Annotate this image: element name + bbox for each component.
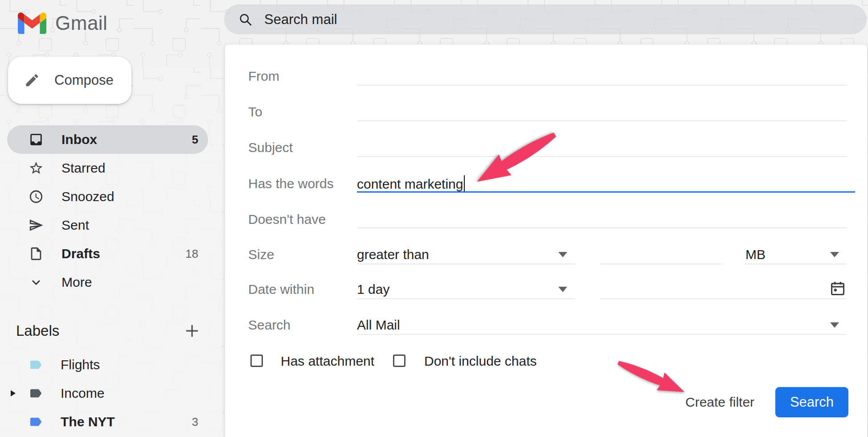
draft-file-icon [29, 246, 44, 261]
from-label: From [248, 69, 279, 84]
has-attachment-label: Has attachment [281, 354, 374, 369]
search-filter-panel: From To Subject Has the words content ma… [225, 44, 868, 437]
gmail-wordmark: Gmail [55, 12, 107, 34]
sidebar-label-income[interactable]: Income [7, 379, 208, 408]
label-name: The NYT [61, 414, 174, 429]
tag-icon [29, 415, 43, 429]
has-words-underline [357, 191, 855, 193]
date-within-select[interactable]: 1 day [357, 282, 389, 297]
compose-label: Compose [54, 72, 114, 88]
doesnt-have-input[interactable] [357, 227, 847, 228]
to-input[interactable] [357, 120, 847, 121]
size-unit-select[interactable]: MB [745, 247, 766, 262]
size-operator-select[interactable]: greater than [357, 247, 429, 262]
text-cursor [464, 175, 465, 192]
gmail-logo: Gmail [18, 12, 107, 34]
chevron-down-icon [558, 252, 567, 257]
chevron-down-icon [558, 287, 567, 292]
search-button[interactable]: Search [775, 387, 848, 417]
to-label: To [248, 104, 262, 120]
sidebar-label-flights[interactable]: Flights [7, 350, 208, 379]
sidebar-item-snoozed[interactable]: Snoozed [7, 182, 208, 211]
sidebar-item-more[interactable]: More [7, 268, 208, 297]
drafts-count: 18 [185, 247, 198, 261]
size-operator-underline [357, 264, 575, 264]
date-within-underline [357, 298, 575, 299]
label-name: Flights [61, 357, 180, 372]
send-icon [29, 218, 44, 233]
gmail-m-icon [18, 12, 46, 34]
sidebar-item-drafts[interactable]: Drafts 18 [7, 239, 208, 268]
sidebar-label-the-nyt[interactable]: The NYT 3 [7, 408, 208, 436]
dont-include-chats-checkbox[interactable] [393, 355, 405, 367]
sidebar-item-label: Inbox [61, 132, 174, 147]
subject-input[interactable] [357, 156, 847, 157]
search-icon [238, 12, 253, 27]
search-scope-underline [357, 334, 846, 335]
sidebar-item-inbox[interactable]: Inbox 5 [7, 125, 208, 154]
tag-icon [29, 386, 43, 400]
search-bar[interactable]: Search mail [224, 4, 867, 34]
sidebar-item-label: Snoozed [61, 189, 180, 204]
from-input[interactable] [357, 85, 847, 86]
size-label: Size [248, 247, 274, 262]
sidebar-item-label: More [61, 275, 180, 290]
sidebar-item-label: Drafts [61, 246, 168, 261]
calendar-icon[interactable] [829, 280, 846, 297]
date-within-label: Date within [248, 282, 314, 297]
search-scope-label: Search [248, 317, 291, 333]
has-words-label: Has the words [248, 176, 334, 191]
pencil-icon [24, 72, 40, 88]
chevron-down-icon [830, 252, 839, 257]
dont-include-chats-label: Don't include chats [424, 354, 537, 369]
has-words-value: content marketing [357, 177, 463, 191]
sidebar-item-sent[interactable]: Sent [7, 211, 208, 239]
date-input[interactable] [600, 298, 846, 299]
chevron-down-icon [29, 275, 44, 290]
size-value-input[interactable] [600, 264, 723, 264]
create-filter-link[interactable]: Create filter [685, 395, 754, 410]
sidebar-item-label: Starred [61, 161, 180, 176]
size-unit-underline [745, 264, 846, 264]
add-label-icon[interactable] [184, 323, 200, 339]
clock-icon [29, 189, 44, 204]
tag-icon [29, 358, 43, 372]
compose-button[interactable]: Compose [8, 57, 131, 104]
label-count: 3 [192, 415, 198, 429]
chevron-down-icon [830, 322, 839, 328]
sidebar-item-starred[interactable]: Starred [7, 154, 208, 182]
labels-header: Labels [16, 322, 59, 339]
unread-count: 5 [192, 133, 198, 147]
label-name: Income [61, 386, 180, 401]
search-scope-select[interactable]: All Mail [357, 317, 400, 333]
has-attachment-checkbox[interactable] [250, 355, 263, 367]
search-placeholder: Search mail [264, 12, 337, 28]
subject-label: Subject [248, 140, 293, 155]
star-icon [29, 161, 44, 176]
has-words-input[interactable]: content marketing [357, 175, 465, 192]
doesnt-have-label: Doesn't have [248, 212, 326, 227]
inbox-icon [29, 132, 44, 147]
expand-arrow-icon[interactable] [11, 390, 16, 396]
sidebar-item-label: Sent [61, 218, 180, 233]
